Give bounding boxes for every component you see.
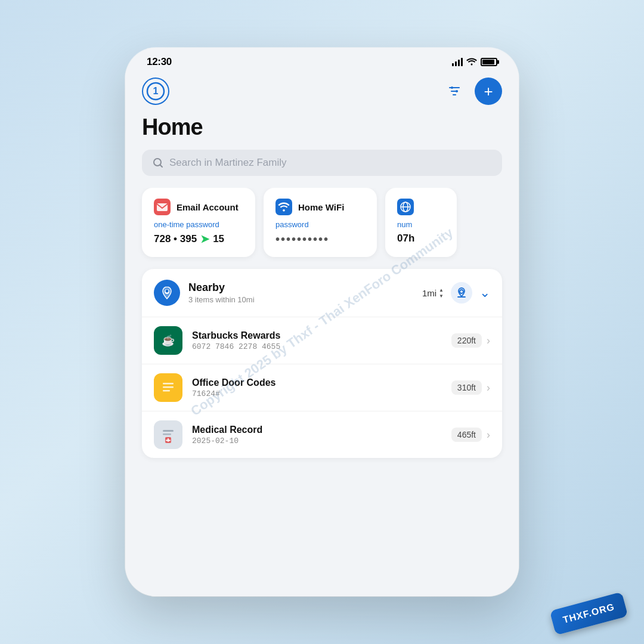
svg-text:1: 1 bbox=[153, 86, 159, 96]
add-button[interactable]: + bbox=[475, 78, 502, 105]
home-wifi-type: password bbox=[275, 220, 365, 229]
medical-record-title: Medical Record bbox=[192, 425, 442, 435]
content-area: 1 + bbox=[125, 73, 519, 596]
starbucks-chevron-icon: › bbox=[487, 335, 490, 347]
search-icon bbox=[153, 157, 163, 168]
medical-record-list-item[interactable]: Medical Record 2025-02-10 465ft › bbox=[142, 411, 502, 458]
filter-button[interactable] bbox=[442, 79, 466, 103]
status-bar: 12:30 bbox=[125, 48, 519, 73]
svg-rect-26 bbox=[163, 430, 174, 432]
svg-rect-23 bbox=[163, 386, 174, 388]
office-door-title: Office Door Codes bbox=[192, 377, 442, 388]
nearby-title-group: Nearby 3 items within 10mi bbox=[188, 281, 414, 304]
medical-record-content: Medical Record 2025-02-10 bbox=[192, 425, 442, 445]
globe-icon bbox=[397, 199, 414, 215]
medical-record-chevron-icon: › bbox=[487, 429, 490, 441]
notes-icon bbox=[154, 373, 182, 402]
app-header: 1 + bbox=[125, 73, 519, 112]
home-wifi-title: Home WiFi bbox=[298, 202, 344, 212]
home-wifi-value: •••••••••• bbox=[275, 233, 365, 246]
svg-rect-24 bbox=[163, 390, 170, 392]
nearby-title: Nearby bbox=[188, 281, 414, 294]
medical-icon bbox=[154, 420, 182, 449]
wifi-card-icon bbox=[275, 199, 292, 215]
location-filter-button[interactable] bbox=[451, 282, 472, 304]
page-title: Home bbox=[125, 112, 519, 150]
phone-frame: 12:30 bbox=[125, 48, 519, 596]
scrollable-content[interactable]: Email Account one-time password 728 • 39… bbox=[125, 188, 519, 596]
svg-text:☕: ☕ bbox=[162, 334, 175, 347]
status-icons bbox=[452, 57, 497, 67]
svg-rect-22 bbox=[163, 383, 174, 385]
starbucks-distance: 220ft bbox=[451, 333, 482, 348]
nearby-controls: 1mi ▲ ▼ bbox=[422, 282, 490, 304]
svg-rect-27 bbox=[163, 434, 171, 435]
thxf-badge: THXF.ORG bbox=[550, 592, 628, 636]
battery-icon bbox=[481, 58, 497, 66]
nearby-header: Nearby 3 items within 10mi 1mi ▲ ▼ bbox=[142, 269, 502, 317]
nearby-subtitle: 3 items within 10mi bbox=[188, 295, 414, 304]
search-placeholder: Search in Martinez Family bbox=[169, 157, 287, 169]
nearby-section: Nearby 3 items within 10mi 1mi ▲ ▼ bbox=[142, 269, 502, 458]
starbucks-title: Starbucks Rewards bbox=[192, 330, 442, 341]
svg-point-6 bbox=[456, 90, 458, 92]
medical-record-distance: 465ft bbox=[451, 428, 482, 442]
email-icon bbox=[154, 199, 171, 215]
wifi-icon bbox=[466, 57, 477, 67]
office-door-list-item[interactable]: Office Door Codes 71624# 310ft › bbox=[142, 364, 502, 411]
office-door-chevron-icon: › bbox=[487, 382, 490, 394]
email-account-card[interactable]: Email Account one-time password 728 • 39… bbox=[142, 188, 255, 257]
distance-arrows: ▲ ▼ bbox=[439, 287, 444, 299]
email-account-type: one-time password bbox=[154, 220, 243, 229]
svg-point-17 bbox=[166, 290, 169, 293]
svg-point-18 bbox=[460, 290, 463, 293]
starbucks-content: Starbucks Rewards 6072 7846 2278 4655 bbox=[192, 330, 442, 351]
email-account-title: Email Account bbox=[177, 202, 239, 212]
third-card[interactable]: num 07h bbox=[385, 188, 457, 257]
office-door-subtitle: 71624# bbox=[192, 389, 442, 398]
svg-rect-30 bbox=[166, 440, 171, 441]
search-bar[interactable]: Search in Martinez Family bbox=[142, 150, 502, 176]
svg-rect-10 bbox=[157, 203, 168, 211]
starbucks-right: 220ft › bbox=[451, 333, 490, 348]
svg-rect-21 bbox=[160, 379, 177, 397]
medical-record-subtitle: 2025-02-10 bbox=[192, 436, 442, 445]
nearby-icon bbox=[154, 280, 180, 306]
starbucks-subtitle: 6072 7846 2278 4655 bbox=[192, 342, 442, 351]
email-account-value: 728 • 395 ➤ 15 bbox=[154, 233, 243, 246]
card-header: Email Account bbox=[154, 199, 243, 215]
third-card-header bbox=[397, 199, 445, 215]
third-card-type: num bbox=[397, 220, 445, 229]
home-wifi-card[interactable]: Home WiFi password •••••••••• bbox=[264, 188, 377, 257]
status-time: 12:30 bbox=[147, 56, 172, 68]
nearby-collapse-button[interactable]: ⌄ bbox=[479, 285, 490, 301]
svg-rect-11 bbox=[275, 199, 292, 215]
header-actions: + bbox=[442, 78, 502, 105]
distance-selector[interactable]: 1mi ▲ ▼ bbox=[422, 287, 444, 299]
svg-point-5 bbox=[451, 86, 453, 89]
signal-icon bbox=[452, 58, 463, 66]
cards-row: Email Account one-time password 728 • 39… bbox=[125, 188, 519, 269]
copy-arrow-icon: ➤ bbox=[200, 233, 209, 246]
svg-line-8 bbox=[160, 165, 163, 168]
office-door-distance: 310ft bbox=[451, 380, 482, 395]
app-logo[interactable]: 1 bbox=[142, 78, 169, 105]
starbucks-icon: ☕ bbox=[154, 326, 182, 355]
starbucks-list-item[interactable]: ☕ Starbucks Rewards 6072 7846 2278 4655 … bbox=[142, 317, 502, 364]
office-door-content: Office Door Codes 71624# bbox=[192, 377, 442, 398]
medical-record-right: 465ft › bbox=[451, 428, 490, 442]
office-door-right: 310ft › bbox=[451, 380, 490, 395]
wifi-card-header: Home WiFi bbox=[275, 199, 365, 215]
third-card-value: 07h bbox=[397, 233, 445, 244]
